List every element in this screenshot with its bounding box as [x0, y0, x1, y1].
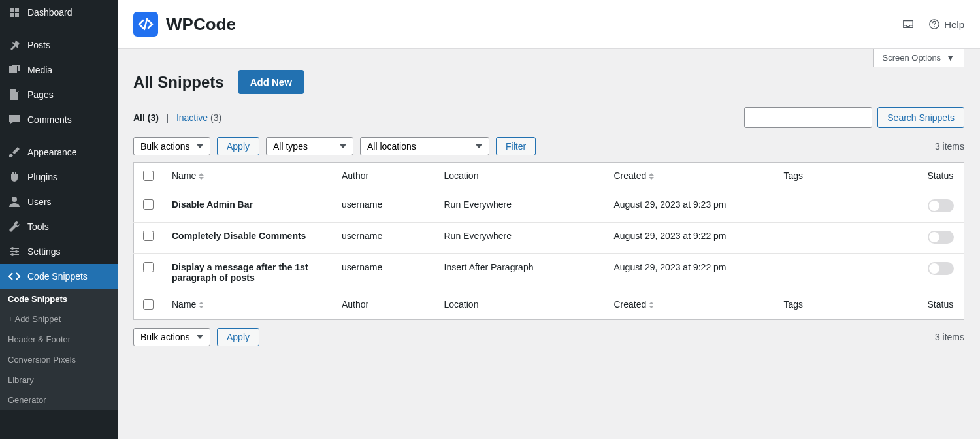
sidebar-label: Media	[27, 65, 52, 75]
sidebar-item-media[interactable]: Media	[0, 57, 118, 82]
admin-sidebar: Dashboard Posts Media Pages Comments App…	[0, 0, 118, 439]
subnav-library[interactable]: Library	[0, 370, 118, 390]
snippet-author: username	[333, 191, 435, 223]
wrench-icon	[8, 220, 21, 233]
brush-icon	[8, 146, 21, 159]
filter-status-links: All (3) | Inactive (3)	[133, 112, 221, 123]
bulk-actions-select-bottom[interactable]: Bulk actions	[133, 328, 210, 346]
svg-point-1	[11, 247, 14, 250]
topbar: WPCode Help	[118, 0, 980, 49]
th-author: Author	[333, 163, 435, 191]
sidebar-label: Dashboard	[27, 7, 73, 18]
select-all-checkbox-top[interactable]	[143, 171, 154, 181]
help-label: Help	[944, 19, 964, 30]
row-checkbox[interactable]	[143, 199, 154, 210]
help-link[interactable]: Help	[928, 18, 964, 30]
tf-status: Status	[919, 291, 964, 320]
code-icon	[8, 270, 21, 283]
snippets-table: Name Author Location Created Tags Status…	[133, 162, 964, 320]
sidebar-item-settings[interactable]: Settings	[0, 239, 118, 264]
table-row: Display a message after the 1st paragrap…	[134, 254, 964, 291]
brand-name: WPCode	[166, 14, 236, 35]
snippet-name[interactable]: Display a message after the 1st paragrap…	[163, 254, 333, 291]
topbar-right: Help	[902, 18, 964, 30]
select-all-checkbox-bottom[interactable]	[143, 299, 154, 310]
filter-button[interactable]: Filter	[496, 137, 536, 155]
snippet-name[interactable]: Disable Admin Bar	[163, 191, 333, 223]
bulk-actions-select[interactable]: Bulk actions	[133, 137, 210, 155]
snippet-created: August 29, 2023 at 9:22 pm	[605, 254, 775, 291]
subnav-conversion-pixels[interactable]: Conversion Pixels	[0, 350, 118, 370]
apply-button-bottom[interactable]: Apply	[217, 328, 259, 346]
pin-icon	[8, 39, 21, 52]
sidebar-item-dashboard[interactable]: Dashboard	[0, 0, 118, 25]
table-row: Disable Admin Bar username Run Everywher…	[134, 191, 964, 223]
snippet-name[interactable]: Completely Disable Comments	[163, 223, 333, 254]
sidebar-item-comments[interactable]: Comments	[0, 107, 118, 132]
items-count-top: 3 items	[935, 141, 964, 152]
tf-created[interactable]: Created	[605, 291, 775, 320]
screen-options-label: Screen Options	[883, 53, 941, 63]
sidebar-item-code-snippets[interactable]: Code Snippets	[0, 264, 118, 289]
sidebar-label: Settings	[27, 246, 61, 257]
snippet-location: Insert After Paragraph	[435, 254, 605, 291]
tf-name[interactable]: Name	[163, 291, 333, 320]
add-new-button[interactable]: Add New	[238, 70, 304, 94]
user-icon	[8, 195, 21, 208]
page-icon	[8, 88, 21, 101]
apply-button-top[interactable]: Apply	[217, 137, 259, 155]
sort-icon	[649, 173, 654, 180]
sidebar-label: Plugins	[27, 172, 57, 182]
row-checkbox[interactable]	[143, 262, 154, 272]
sort-icon	[199, 302, 204, 308]
subnav-code-snippets[interactable]: Code Snippets	[0, 289, 118, 309]
svg-point-2	[15, 250, 18, 253]
comment-icon	[8, 113, 21, 126]
types-select[interactable]: All types	[266, 137, 353, 155]
snippet-location: Run Everywhere	[435, 223, 605, 254]
row-checkbox[interactable]	[143, 231, 154, 241]
sidebar-item-users[interactable]: Users	[0, 189, 118, 214]
status-toggle[interactable]	[928, 199, 954, 212]
locations-select[interactable]: All locations	[360, 137, 489, 155]
search-input[interactable]	[744, 107, 872, 128]
sort-icon	[199, 173, 204, 180]
th-location: Location	[435, 163, 605, 191]
subnav-header-footer[interactable]: Header & Footer	[0, 329, 118, 350]
sidebar-item-pages[interactable]: Pages	[0, 82, 118, 107]
tf-location: Location	[435, 291, 605, 320]
sidebar-label: Appearance	[27, 147, 77, 157]
sidebar-label: Code Snippets	[27, 271, 88, 282]
chevron-down-icon: ▼	[946, 53, 955, 63]
snippet-author: username	[333, 223, 435, 254]
table-row: Completely Disable Comments username Run…	[134, 223, 964, 254]
filter-all-link[interactable]: All (3)	[133, 112, 159, 123]
th-status: Status	[919, 163, 964, 191]
inbox-icon[interactable]	[902, 18, 914, 30]
sidebar-item-plugins[interactable]: Plugins	[0, 165, 118, 189]
sidebar-label: Posts	[27, 40, 50, 50]
subnav-add-snippet[interactable]: + Add Snippet	[0, 309, 118, 329]
search-button[interactable]: Search Snippets	[877, 107, 964, 128]
brand: WPCode	[133, 12, 236, 37]
svg-point-3	[11, 253, 14, 256]
items-count-bottom: 3 items	[935, 332, 964, 342]
status-toggle[interactable]	[928, 262, 954, 275]
filter-inactive-link[interactable]: Inactive	[176, 112, 208, 123]
th-name[interactable]: Name	[163, 163, 333, 191]
sidebar-label: Users	[27, 197, 52, 207]
th-created[interactable]: Created	[605, 163, 775, 191]
sidebar-label: Tools	[27, 221, 49, 232]
status-toggle[interactable]	[928, 231, 954, 244]
snippet-created: August 29, 2023 at 9:22 pm	[605, 223, 775, 254]
tf-author: Author	[333, 291, 435, 320]
tf-tags: Tags	[775, 291, 919, 320]
sidebar-label: Comments	[27, 114, 72, 125]
subnav-generator[interactable]: Generator	[0, 390, 118, 410]
sidebar-item-tools[interactable]: Tools	[0, 214, 118, 239]
screen-options-toggle[interactable]: Screen Options ▼	[873, 49, 964, 67]
sidebar-item-appearance[interactable]: Appearance	[0, 140, 118, 165]
page-title: All Snippets	[133, 73, 224, 91]
media-icon	[8, 63, 21, 76]
sidebar-item-posts[interactable]: Posts	[0, 33, 118, 57]
